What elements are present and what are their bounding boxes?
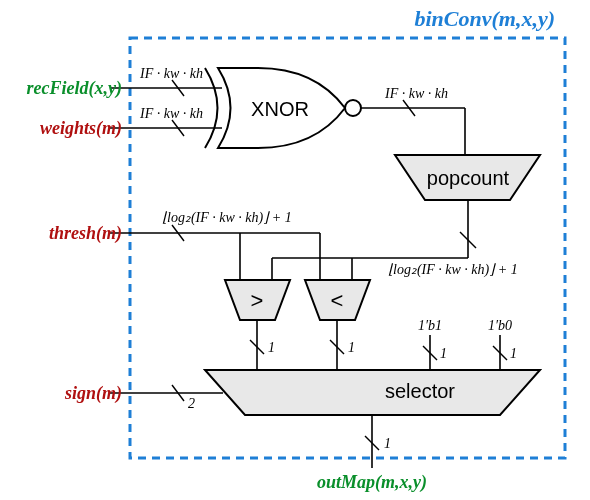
gt-out-width-label: 1 (268, 340, 275, 355)
recfield-width-label: IF · kw · kh (139, 66, 203, 81)
thresh-width-label: ⌊log₂(IF · kw · kh)⌋ + 1 (162, 210, 292, 226)
sign-wire: 2 (110, 385, 223, 411)
popcount-label: popcount (427, 167, 510, 189)
xnor-label: XNOR (251, 98, 309, 120)
selector-block: selector (205, 370, 540, 415)
lt-comparator: < (305, 280, 370, 320)
xnor-out-width-label: IF · kw · kh (384, 86, 448, 101)
svg-point-0 (345, 100, 361, 116)
b0-label: 1′b0 (488, 318, 512, 333)
selector-out-width-label: 1 (384, 436, 391, 451)
b0-width-label: 1 (510, 346, 517, 361)
const-b1: 1 1′b1 (418, 318, 447, 370)
popcount-block: popcount (395, 155, 540, 200)
popcount-out-width-label: ⌊log₂(IF · kw · kh)⌋ + 1 (388, 262, 518, 278)
b1-width-label: 1 (440, 346, 447, 361)
popcount-out-wire: ⌊log₂(IF · kw · kh)⌋ + 1 (272, 200, 518, 280)
xnor-gate: XNOR (205, 68, 361, 148)
sign-width-label: 2 (188, 396, 195, 411)
lt-out-wire: 1 (330, 320, 355, 370)
xnor-out-wire: IF · kw · kh (361, 86, 465, 155)
gt-label: > (251, 288, 264, 313)
recfield-port: recField(x,y) (27, 78, 122, 99)
weights-port: weights(m) (40, 118, 122, 139)
b1-label: 1′b1 (418, 318, 442, 333)
selector-label: selector (385, 380, 455, 402)
selector-out-wire: 1 (365, 415, 391, 468)
gt-out-wire: 1 (250, 320, 275, 370)
thresh-port: thresh(m) (49, 223, 122, 244)
svg-marker-28 (205, 370, 540, 415)
thresh-wire: ⌊log₂(IF · kw · kh)⌋ + 1 (110, 210, 320, 280)
lt-label: < (331, 288, 344, 313)
const-b0: 1 1′b0 (488, 318, 517, 370)
gt-comparator: > (225, 280, 290, 320)
weights-width-label: IF · kw · kh (139, 106, 203, 121)
outmap-port: outMap(m,x,y) (317, 472, 427, 493)
recfield-wire: IF · kw · kh (110, 66, 222, 96)
module-title: binConv(m,x,y) (414, 6, 555, 31)
sign-port: sign(m) (64, 383, 122, 404)
lt-out-width-label: 1 (348, 340, 355, 355)
weights-wire: IF · kw · kh (110, 106, 222, 136)
